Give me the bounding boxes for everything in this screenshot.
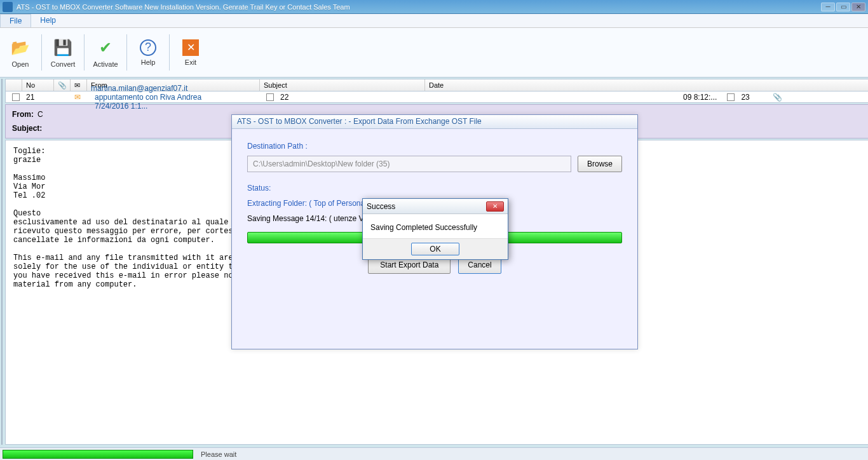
msgbox-close-button[interactable]: ✕ <box>486 201 504 212</box>
open-icon: 📂 <box>10 37 31 58</box>
row-checkbox[interactable] <box>266 93 274 101</box>
activate-button[interactable]: ✔ Activate <box>88 30 123 74</box>
message-grid: 21 ✉ martina.milan@agenziaf07.it appunta… <box>5 91 868 103</box>
table-row[interactable]: 23 📎 010 10:... <box>721 91 868 102</box>
open-button[interactable]: 📂 Open <box>3 30 38 74</box>
status-progress <box>3 450 193 459</box>
export-dialog-title: ATS - OST to MBOX Converter : - Export D… <box>232 115 637 129</box>
col-date[interactable]: Date <box>425 79 868 91</box>
exit-icon: ✕ <box>182 39 199 56</box>
row-checkbox[interactable] <box>727 93 735 101</box>
statusbar: Please wait <box>0 447 868 460</box>
help-button[interactable]: ? Help <box>130 30 166 74</box>
success-msgbox: Success ✕ Saving Completed Successfully … <box>362 198 508 260</box>
col-attach[interactable]: 📎 <box>54 79 71 91</box>
from-value: C <box>37 110 43 119</box>
folder-tree-pane: −✓C:\Users\admin\Desktop\New folder (28)… <box>1 79 3 445</box>
close-button[interactable]: ✕ <box>851 3 865 11</box>
msgbox-text: Saving Completed Successfully <box>363 214 508 238</box>
convert-icon: 💾 <box>53 37 73 58</box>
exit-button[interactable]: ✕ Exit <box>173 30 208 74</box>
help-icon: ? <box>140 39 156 56</box>
window-title: ATS - OST to MBOX Converter Software New… <box>17 3 821 11</box>
maximize-button[interactable]: ▭ <box>836 3 850 11</box>
activate-icon: ✔ <box>95 37 116 58</box>
from-label: From: <box>12 110 34 119</box>
col-no[interactable]: No <box>22 79 54 91</box>
convert-button[interactable]: 💾 Convert <box>45 30 81 74</box>
ok-button[interactable]: OK <box>411 243 459 255</box>
table-row[interactable]: 22 09 8:12:... <box>260 91 721 102</box>
dest-path-input[interactable] <box>247 156 571 172</box>
dest-path-label: Destination Path : <box>247 142 622 151</box>
menu-help[interactable]: Help <box>31 14 65 27</box>
titlebar: ATS - OST to MBOX Converter Software New… <box>0 0 868 14</box>
col-envelope[interactable]: ✉ <box>71 79 87 91</box>
status-text: Please wait <box>201 450 236 458</box>
row-checkbox[interactable] <box>12 93 20 101</box>
app-icon <box>3 2 13 12</box>
browse-button[interactable]: Browse <box>578 156 622 172</box>
col-subject[interactable]: Subject <box>260 79 425 91</box>
status-label: Status: <box>247 184 622 193</box>
menu-file[interactable]: File <box>0 14 31 27</box>
col-checkbox[interactable] <box>6 79 22 91</box>
toolbar: 📂 Open 💾 Convert ✔ Activate ? Help ✕ Exi… <box>0 28 868 78</box>
envelope-icon: ✉ <box>71 93 87 102</box>
msgbox-title: Success <box>367 202 486 211</box>
minimize-button[interactable]: ─ <box>821 3 835 11</box>
attachment-icon: 📎 <box>769 93 785 102</box>
table-row[interactable]: 21 ✉ martina.milan@agenziaf07.it appunta… <box>6 91 868 102</box>
subject-label: Subject: <box>12 124 42 133</box>
menubar: File Help <box>0 14 868 28</box>
